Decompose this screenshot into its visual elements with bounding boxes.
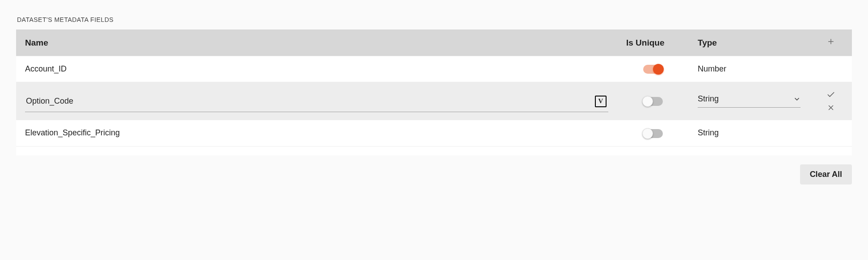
field-type-select[interactable]: String bbox=[698, 94, 801, 108]
actions-cell bbox=[809, 82, 852, 120]
clear-all-button[interactable]: Clear All bbox=[800, 164, 852, 185]
is-unique-cell bbox=[617, 120, 689, 146]
actions-cell bbox=[809, 120, 852, 146]
name-cell: V bbox=[16, 82, 617, 120]
table-row: V String bbox=[16, 82, 852, 120]
column-header-actions bbox=[809, 29, 852, 56]
chevron-down-icon bbox=[793, 96, 801, 103]
is-unique-toggle[interactable] bbox=[643, 65, 663, 74]
table-footer-spacer bbox=[16, 146, 852, 155]
actions-cell bbox=[809, 56, 852, 82]
is-unique-cell bbox=[617, 82, 689, 120]
is-unique-toggle[interactable] bbox=[643, 129, 663, 138]
is-unique-cell bbox=[617, 56, 689, 82]
table-row: Elevation_Specific_Pricing String bbox=[16, 120, 852, 146]
confirm-button[interactable] bbox=[826, 90, 835, 99]
footer-bar: Clear All bbox=[16, 155, 852, 185]
type-cell: String bbox=[689, 120, 809, 146]
check-icon bbox=[826, 90, 835, 99]
field-type-selected-label: String bbox=[698, 94, 719, 104]
add-field-button[interactable] bbox=[818, 38, 843, 46]
toggle-knob bbox=[653, 64, 664, 75]
type-cell: String bbox=[689, 82, 809, 120]
field-type-label: String bbox=[698, 128, 719, 137]
metadata-fields-table: Name Is Unique Type Account_ID bbox=[16, 29, 852, 155]
section-title: DATASET'S METADATA FIELDS bbox=[17, 16, 852, 23]
cancel-button[interactable] bbox=[827, 104, 835, 112]
column-header-name: Name bbox=[16, 29, 617, 56]
field-name-label: Account_ID bbox=[25, 64, 67, 73]
field-name-input[interactable] bbox=[25, 96, 590, 106]
field-type-label: Number bbox=[698, 64, 726, 73]
name-cell: Elevation_Specific_Pricing bbox=[16, 120, 617, 146]
column-header-is-unique: Is Unique bbox=[617, 29, 689, 56]
variable-icon[interactable]: V bbox=[595, 96, 607, 107]
toggle-knob bbox=[642, 96, 653, 107]
name-cell: Account_ID bbox=[16, 56, 617, 82]
column-header-type: Type bbox=[689, 29, 809, 56]
close-icon bbox=[827, 104, 835, 112]
is-unique-toggle[interactable] bbox=[643, 97, 663, 106]
field-name-label: Elevation_Specific_Pricing bbox=[25, 128, 120, 137]
toggle-knob bbox=[642, 128, 653, 139]
table-row: Account_ID Number bbox=[16, 56, 852, 82]
plus-icon bbox=[827, 38, 835, 46]
table-header-row: Name Is Unique Type bbox=[16, 29, 852, 56]
type-cell: Number bbox=[689, 56, 809, 82]
